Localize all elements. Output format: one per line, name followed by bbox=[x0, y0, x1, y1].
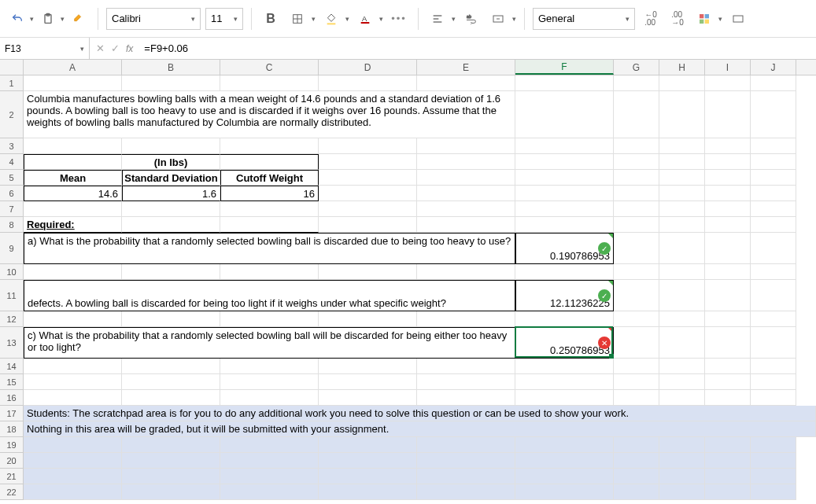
cell[interactable] bbox=[24, 138, 122, 154]
answer-c[interactable]: 0.250786953✕ bbox=[515, 327, 614, 359]
cell[interactable] bbox=[659, 91, 705, 138]
chevron-down-icon[interactable]: ▾ bbox=[512, 15, 516, 23]
cell[interactable] bbox=[705, 311, 751, 327]
problem-text[interactable]: Columbia manufactures bowling balls with… bbox=[24, 91, 515, 138]
question-a[interactable]: a) What is the probability that a random… bbox=[24, 233, 515, 264]
chevron-down-icon[interactable]: ▾ bbox=[30, 15, 34, 23]
answer-b[interactable]: 12.11236225✓ bbox=[515, 280, 614, 311]
cell[interactable] bbox=[751, 280, 796, 311]
cell[interactable] bbox=[614, 359, 659, 374]
cell[interactable] bbox=[659, 186, 705, 201]
cell[interactable] bbox=[751, 469, 796, 484]
cell[interactable] bbox=[614, 280, 659, 311]
cell[interactable] bbox=[24, 453, 122, 469]
cell[interactable] bbox=[220, 217, 319, 233]
enter-icon[interactable]: ✓ bbox=[111, 42, 120, 54]
cell[interactable] bbox=[705, 233, 751, 264]
chevron-down-icon[interactable]: ▾ bbox=[379, 15, 383, 23]
font-color-button[interactable]: A bbox=[354, 8, 376, 30]
cell[interactable] bbox=[515, 264, 614, 280]
cell[interactable] bbox=[751, 138, 796, 154]
cell[interactable] bbox=[751, 484, 796, 500]
cell[interactable] bbox=[24, 390, 122, 406]
scratchpad-note[interactable]: Students: The scratchpad area is for you… bbox=[24, 406, 816, 421]
cell[interactable] bbox=[122, 453, 220, 469]
cell[interactable] bbox=[220, 390, 319, 406]
chevron-down-icon[interactable]: ▾ bbox=[61, 15, 65, 23]
cell[interactable] bbox=[515, 154, 614, 170]
cell[interactable] bbox=[122, 264, 220, 280]
cell[interactable] bbox=[417, 217, 515, 233]
cell[interactable] bbox=[417, 138, 515, 154]
name-box[interactable]: F13▾ bbox=[0, 38, 90, 59]
col-header-I[interactable]: I bbox=[705, 60, 751, 75]
cell[interactable] bbox=[751, 374, 796, 390]
cell[interactable] bbox=[751, 327, 796, 359]
cell[interactable] bbox=[614, 138, 659, 154]
cell[interactable] bbox=[751, 75, 796, 91]
cell[interactable] bbox=[614, 469, 659, 484]
cell[interactable] bbox=[515, 138, 614, 154]
cell[interactable] bbox=[319, 469, 417, 484]
align-button[interactable] bbox=[426, 8, 449, 30]
cell[interactable] bbox=[659, 359, 705, 374]
cell[interactable] bbox=[659, 280, 705, 311]
row-header[interactable]: 20 bbox=[0, 453, 24, 469]
cell[interactable] bbox=[705, 484, 751, 500]
cell[interactable] bbox=[659, 453, 705, 469]
cell[interactable] bbox=[751, 311, 796, 327]
format-painter-button[interactable] bbox=[68, 8, 90, 30]
cell[interactable] bbox=[705, 201, 751, 217]
cell[interactable] bbox=[659, 390, 705, 406]
merge-button[interactable] bbox=[487, 8, 509, 30]
cell[interactable] bbox=[319, 170, 417, 186]
scratchpad-note[interactable]: Nothing in this area will be graded, but… bbox=[24, 421, 816, 437]
table-header[interactable]: (In lbs) bbox=[122, 154, 220, 170]
row-header[interactable]: 10 bbox=[0, 264, 24, 280]
cell[interactable] bbox=[417, 201, 515, 217]
cell[interactable] bbox=[751, 390, 796, 406]
cell[interactable] bbox=[515, 374, 614, 390]
font-size-select[interactable]: 11▾ bbox=[205, 8, 243, 30]
cell[interactable] bbox=[417, 374, 515, 390]
cell[interactable] bbox=[705, 374, 751, 390]
cell[interactable] bbox=[515, 484, 614, 500]
cell[interactable] bbox=[614, 327, 659, 359]
cell[interactable] bbox=[614, 484, 659, 500]
row-header[interactable]: 14 bbox=[0, 359, 24, 374]
cell[interactable] bbox=[122, 138, 220, 154]
mean-value[interactable]: 14.6 bbox=[24, 186, 122, 201]
col-header-C[interactable]: C bbox=[220, 60, 319, 75]
col-header-B[interactable]: B bbox=[122, 60, 220, 75]
cell[interactable] bbox=[659, 437, 705, 453]
cell[interactable] bbox=[319, 264, 417, 280]
cell[interactable] bbox=[614, 91, 659, 138]
cell[interactable] bbox=[319, 217, 417, 233]
table-header-mean[interactable]: Mean bbox=[24, 170, 122, 186]
cell[interactable] bbox=[122, 217, 220, 233]
cell[interactable] bbox=[220, 138, 319, 154]
increase-decimal-button[interactable]: ←0.00 bbox=[640, 8, 662, 30]
row-header[interactable]: 12 bbox=[0, 311, 24, 327]
cell[interactable] bbox=[24, 374, 122, 390]
chevron-down-icon[interactable]: ▾ bbox=[452, 15, 456, 23]
cell[interactable] bbox=[659, 327, 705, 359]
cell[interactable] bbox=[659, 484, 705, 500]
cell[interactable] bbox=[751, 217, 796, 233]
cell[interactable] bbox=[705, 327, 751, 359]
cell[interactable] bbox=[122, 484, 220, 500]
cell[interactable] bbox=[614, 453, 659, 469]
col-header-A[interactable]: A bbox=[24, 60, 122, 75]
cell[interactable] bbox=[220, 453, 319, 469]
row-header[interactable]: 22 bbox=[0, 484, 24, 500]
cell[interactable] bbox=[614, 437, 659, 453]
cell[interactable] bbox=[220, 201, 319, 217]
cell[interactable] bbox=[614, 233, 659, 264]
cell[interactable] bbox=[122, 390, 220, 406]
cell[interactable] bbox=[122, 201, 220, 217]
cell[interactable] bbox=[515, 311, 614, 327]
cell[interactable] bbox=[614, 75, 659, 91]
cell[interactable] bbox=[319, 453, 417, 469]
cell[interactable] bbox=[515, 217, 614, 233]
cell[interactable] bbox=[705, 280, 751, 311]
